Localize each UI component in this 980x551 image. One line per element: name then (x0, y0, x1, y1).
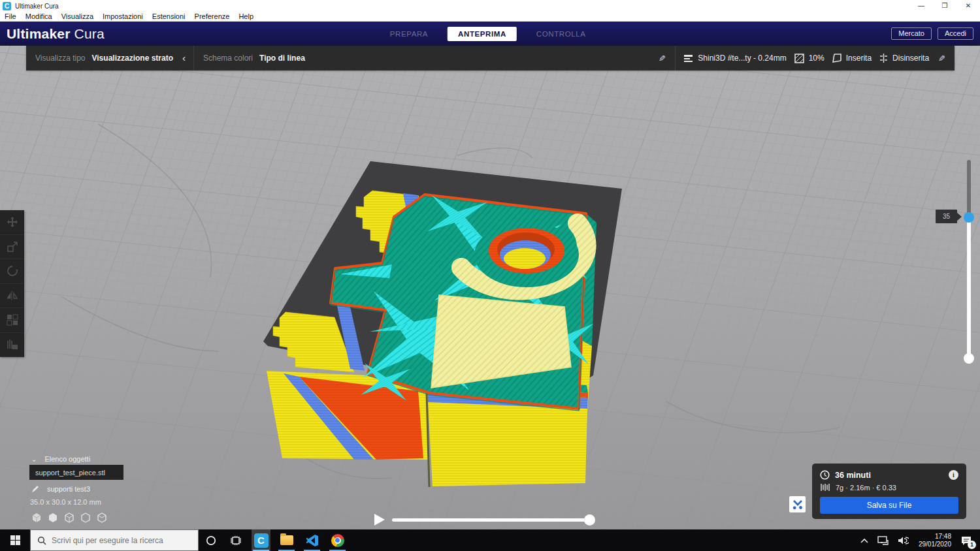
taskbar-vscode-app[interactable] (302, 529, 321, 551)
layer-slider-upper-handle[interactable] (964, 212, 974, 223)
object-list-header[interactable]: ⌄ Elenco oggetti (31, 455, 90, 463)
speaker-icon (898, 536, 909, 545)
printer-config-value[interactable]: Shini3D #te...ty - 0.24mm (698, 54, 786, 63)
tab-prepara[interactable]: PREPARA (380, 27, 438, 41)
menu-help[interactable]: Help (234, 12, 258, 20)
wrench-icon (792, 499, 803, 510)
search-icon (37, 536, 46, 545)
taskbar-explorer-app[interactable] (277, 529, 296, 551)
menu-visualizza[interactable]: Visualizza (57, 12, 98, 20)
menu-impostazioni[interactable]: Impostazioni (98, 12, 148, 20)
minimize-button[interactable]: — (909, 0, 933, 12)
material-spool-icon (820, 483, 830, 492)
menu-estensioni[interactable]: Estensioni (148, 12, 190, 20)
taskbar-search[interactable] (30, 529, 199, 551)
volume-status[interactable] (893, 529, 913, 551)
file-explorer-icon (280, 535, 293, 545)
collapse-chevron-icon[interactable]: ‹ (182, 52, 186, 63)
play-button[interactable] (374, 514, 385, 526)
restore-button[interactable]: ❐ (933, 0, 956, 12)
info-icon[interactable]: i (949, 470, 958, 480)
stage-tabs: PREPARA ANTEPRIMA CONTROLLA (380, 22, 596, 46)
layer-number-flag: 35 (936, 210, 957, 223)
task-view-icon (231, 536, 241, 545)
layer-number: 35 (943, 213, 950, 220)
object-list-item[interactable]: support_test_piece.stl (29, 465, 123, 480)
print-time: 36 minuti (835, 471, 871, 480)
chrome-icon (331, 534, 344, 547)
clock-date: 29/01/2020 (919, 541, 951, 548)
marketplace-button[interactable]: Mercato (891, 27, 932, 40)
tab-anteprima[interactable]: ANTEPRIMA (448, 27, 517, 41)
support-blocker-tool-button[interactable] (0, 333, 24, 358)
cube-filled-icon (48, 512, 58, 523)
clock-time: 17:48 (919, 533, 951, 541)
stage-toolbar: Visualizza tipo Visualizzazione strato ‹… (26, 46, 955, 71)
menu-preferenze[interactable]: Preferenze (190, 12, 235, 20)
cube-outline-icon (80, 512, 91, 523)
object-file-name: support_test_piece.stl (35, 469, 105, 477)
rotate-tool-button[interactable] (0, 259, 24, 284)
front-right-face-yellow (428, 402, 587, 486)
logo-light: Cura (74, 26, 105, 41)
viewport-3d[interactable] (0, 46, 980, 529)
per-model-settings-tool-button[interactable] (0, 308, 24, 333)
layer-slider-track-lower[interactable] (967, 217, 971, 364)
start-button[interactable] (0, 529, 30, 551)
color-scheme-value[interactable]: Tipo di linea (259, 54, 305, 63)
pencil-icon (31, 485, 39, 493)
edit-print-setup-pencil-icon[interactable]: ✎ (938, 54, 945, 63)
model-state-icons (31, 512, 107, 523)
color-scheme-label: Schema colori (203, 54, 253, 63)
view-type-value[interactable]: Visualizzazione strato (92, 54, 173, 63)
profile-row[interactable]: supporti test3 (31, 485, 90, 493)
infill-icon (794, 54, 804, 63)
layers-icon (683, 54, 693, 62)
simulation-timeline[interactable] (392, 518, 591, 522)
save-to-file-button[interactable]: Salva su File (820, 497, 958, 514)
network-status[interactable] (873, 529, 893, 551)
adhesion-value[interactable]: Inserita (846, 54, 872, 63)
timeline-handle[interactable] (584, 514, 595, 526)
support-icon (879, 54, 888, 63)
vscode-icon (306, 534, 319, 547)
move-tool-button[interactable] (0, 210, 24, 235)
taskbar-clock[interactable]: 17:48 29/01/2020 (913, 533, 956, 548)
menu-file[interactable]: File (0, 12, 21, 20)
model-dimensions: 35.0 x 30.0 x 12.0 mm (30, 498, 101, 506)
logo-bold: Ultimaker (7, 26, 71, 41)
print-summary-panel: 36 minuti i 7g · 2.16m · € 0.33 Salva su… (812, 464, 966, 519)
mirror-tool-button[interactable] (0, 284, 24, 309)
cortana-icon (206, 535, 216, 546)
taskbar-chrome-app[interactable] (328, 529, 347, 551)
layer-slider[interactable] (966, 160, 972, 364)
toolbar-divider (675, 46, 676, 71)
cura-window-icon: C (3, 2, 11, 10)
task-view-button[interactable] (223, 529, 248, 551)
cura-icon: C (254, 533, 269, 548)
action-center-button[interactable]: 1 (956, 529, 980, 551)
scale-tool-button[interactable] (0, 235, 24, 260)
search-input[interactable] (52, 536, 189, 545)
infill-value[interactable]: 10% (809, 54, 825, 63)
support-value[interactable]: Disinserita (892, 54, 929, 63)
chevron-down-icon[interactable]: ⌄ (31, 456, 37, 463)
close-button[interactable]: ✕ (956, 0, 980, 12)
signin-button[interactable]: Accedi (938, 27, 973, 40)
cortana-button[interactable] (199, 529, 223, 551)
chevron-up-icon (860, 538, 868, 543)
cube-solid-icon (31, 512, 42, 523)
tray-expand-button[interactable] (856, 529, 873, 551)
ring-cylinder (474, 222, 579, 287)
tool-panel (0, 210, 24, 357)
taskbar-cura-app[interactable]: C (252, 529, 270, 551)
notification-badge: 1 (968, 541, 976, 549)
preferences-tools-button[interactable] (789, 496, 806, 512)
windows-taskbar: C 17:48 29/01/2020 1 (0, 529, 980, 551)
edit-pencil-icon[interactable]: ✎ (659, 54, 666, 63)
layer-slider-track-upper[interactable] (967, 160, 971, 219)
layer-slider-lower-handle[interactable] (964, 353, 974, 364)
app-logo: Ultimaker Cura (7, 26, 105, 42)
tab-controlla[interactable]: CONTROLLA (526, 27, 596, 41)
menu-modifica[interactable]: Modifica (21, 12, 57, 20)
